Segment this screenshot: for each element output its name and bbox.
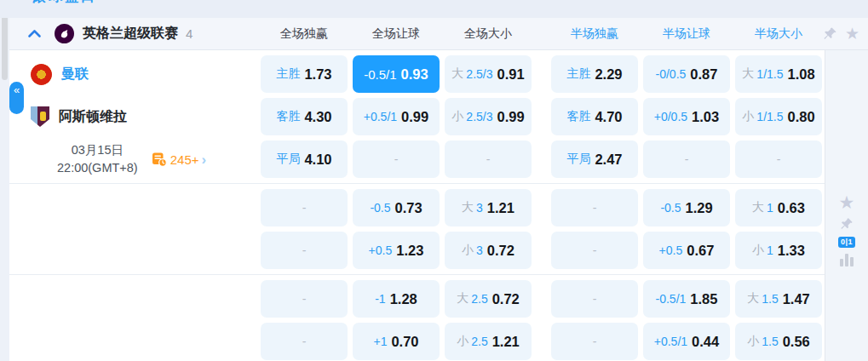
league-match-count: 4 xyxy=(186,26,193,41)
odds-cell-empty[interactable]: - xyxy=(551,232,638,269)
away-team[interactable]: 阿斯顿维拉 xyxy=(9,106,127,127)
odds-cell[interactable]: +0.51.23 xyxy=(353,232,440,269)
odds-cell[interactable]: 大31.21 xyxy=(445,189,532,226)
odds-cell[interactable]: +10.70 xyxy=(353,323,440,360)
odds-cell-empty[interactable]: - xyxy=(261,323,348,360)
more-markets-count: 245+ xyxy=(170,152,199,167)
odds-cell[interactable]: 主胜1.73 xyxy=(261,55,348,93)
stats-bar-chart-icon[interactable] xyxy=(840,254,854,266)
odds-cell-empty[interactable]: - xyxy=(643,140,730,178)
odds-row: - +10.70 小2.51.21 - +0.5/10.44 小1.50.56 xyxy=(9,320,825,361)
match-time: 22:00(GMT+8) xyxy=(57,159,138,177)
odds-cell[interactable]: 大1.51.47 xyxy=(735,280,822,318)
odds-cell[interactable]: 客胜4.70 xyxy=(551,98,638,135)
odds-cell-selected[interactable]: -0.5/10.93 xyxy=(353,55,440,93)
home-team[interactable]: 曼联 xyxy=(9,64,89,85)
odds-cell[interactable]: -0.5/11.85 xyxy=(643,280,730,318)
odds-row: 03月15日 22:00(GMT+8) 245+ › 平局4.10 - - 平局… xyxy=(9,138,825,180)
odds-cell-empty[interactable]: - xyxy=(353,140,440,178)
match-odds-card: 曼联 主胜1.73 -0.5/10.93 大2.5/30.91 主胜2.29 -… xyxy=(9,50,825,361)
manchester-united-crest-icon xyxy=(31,64,52,85)
odds-cell-empty[interactable]: - xyxy=(551,189,638,226)
odds-cell[interactable]: +0.5/10.44 xyxy=(643,323,730,360)
odds-cell[interactable]: 小2.51.21 xyxy=(445,323,532,360)
odds-cell[interactable]: 小1.50.56 xyxy=(735,323,822,360)
premier-league-logo xyxy=(55,24,74,43)
favorite-star-icon[interactable]: ★ xyxy=(845,26,859,42)
column-header-fulltime-overunder: 全场大小 xyxy=(445,26,532,42)
aston-villa-crest-icon xyxy=(31,106,49,127)
odds-cell[interactable]: -11.28 xyxy=(353,280,440,318)
more-markets-link[interactable]: 245+ › xyxy=(152,152,206,167)
odds-cell[interactable]: 平局2.47 xyxy=(551,140,638,178)
odds-cell[interactable]: +0.50.67 xyxy=(643,232,730,269)
chevron-right-icon: › xyxy=(202,152,207,167)
markets-list-clock-icon xyxy=(152,152,167,167)
away-team-name: 阿斯顿维拉 xyxy=(59,108,127,126)
odds-cell[interactable]: 主胜2.29 xyxy=(551,55,638,93)
odds-cell-empty[interactable]: - xyxy=(551,280,638,318)
odds-cell[interactable]: 平局4.10 xyxy=(261,140,348,178)
odds-cell[interactable]: 小1/1.50.80 xyxy=(735,98,822,135)
column-header-halftime-handicap: 半场让球 xyxy=(643,26,730,42)
odds-row: 曼联 主胜1.73 -0.5/10.93 大2.5/30.91 主胜2.29 -… xyxy=(9,53,825,95)
odds-cell[interactable]: -0.51.29 xyxy=(643,189,730,226)
odds-cell-empty[interactable]: - xyxy=(445,140,532,178)
home-team-name: 曼联 xyxy=(61,66,89,83)
odds-row: - +0.51.23 小30.72 - +0.50.67 小11.33 xyxy=(9,229,825,272)
column-header-halftime-win: 半场独赢 xyxy=(551,26,638,42)
odds-cell[interactable]: -0/0.50.87 xyxy=(643,55,730,93)
odds-cell-empty[interactable]: - xyxy=(551,323,638,360)
odds-cell[interactable]: 客胜4.30 xyxy=(261,98,348,135)
odds-cell-empty[interactable]: - xyxy=(261,232,348,269)
odds-row: 阿斯顿维拉 客胜4.30 +0.5/10.99 小2.5/30.99 客胜4.7… xyxy=(9,95,825,138)
column-header-fulltime-handicap: 全场让球 xyxy=(353,26,440,42)
odds-row: - -0.50.73 大31.21 - -0.51.29 大10.63 xyxy=(9,186,825,229)
favorite-star-icon[interactable]: ★ xyxy=(839,193,855,211)
odds-cell-empty[interactable]: - xyxy=(261,189,348,226)
column-header-halftime-overunder: 半场大小 xyxy=(735,26,822,42)
league-name: 英格兰超级联赛 xyxy=(83,25,178,43)
odds-section-alt-2: - -11.28 大2.50.72 - -0.5/11.85 大1.51.47 … xyxy=(9,275,825,361)
pin-icon[interactable] xyxy=(840,217,854,231)
odds-section-main: 曼联 主胜1.73 -0.5/10.93 大2.5/30.91 主胜2.29 -… xyxy=(9,50,825,184)
league-header: 英格兰超级联赛 4 全场独赢 全场让球 全场大小 半场独赢 半场让球 半场大小 … xyxy=(9,18,868,50)
column-header-fulltime-win: 全场独赢 xyxy=(261,26,348,42)
odds-cell[interactable]: 小2.5/30.99 xyxy=(445,98,532,135)
pin-icon[interactable] xyxy=(823,26,837,41)
match-datetime: 03月15日 22:00(GMT+8) xyxy=(57,141,138,177)
odds-cell-empty[interactable]: - xyxy=(261,280,348,318)
odds-cell[interactable]: +0/0.51.03 xyxy=(643,98,730,135)
odds-row: - -11.28 大2.50.72 - -0.5/11.85 大1.51.47 xyxy=(9,278,825,320)
odds-section-alt-1: - -0.50.73 大31.21 - -0.51.29 大10.63 - +0… xyxy=(9,184,825,275)
top-tab-clipped[interactable]: 滚球盘口 xyxy=(32,0,97,6)
right-action-rail: ★ 0|1 xyxy=(825,50,868,361)
score-toggle-badge[interactable]: 0|1 xyxy=(838,237,855,248)
odds-cell[interactable]: +0.5/10.99 xyxy=(353,98,440,135)
odds-cell[interactable]: 小11.33 xyxy=(735,232,822,269)
top-strip: 滚球盘口 xyxy=(0,0,868,18)
odds-cell-empty[interactable]: - xyxy=(735,140,822,178)
collapse-league-chevron-up-icon[interactable] xyxy=(27,29,42,38)
odds-cell[interactable]: 大10.63 xyxy=(735,189,822,226)
collapse-sidebar-handle[interactable]: « xyxy=(9,82,24,114)
odds-cell[interactable]: 大1/1.51.08 xyxy=(735,55,822,93)
odds-cell[interactable]: 小30.72 xyxy=(445,232,532,269)
odds-cell[interactable]: 大2.5/30.91 xyxy=(445,55,532,93)
match-date: 03月15日 xyxy=(57,141,138,159)
odds-cell[interactable]: -0.50.73 xyxy=(353,189,440,226)
odds-cell[interactable]: 大2.50.72 xyxy=(445,280,532,318)
